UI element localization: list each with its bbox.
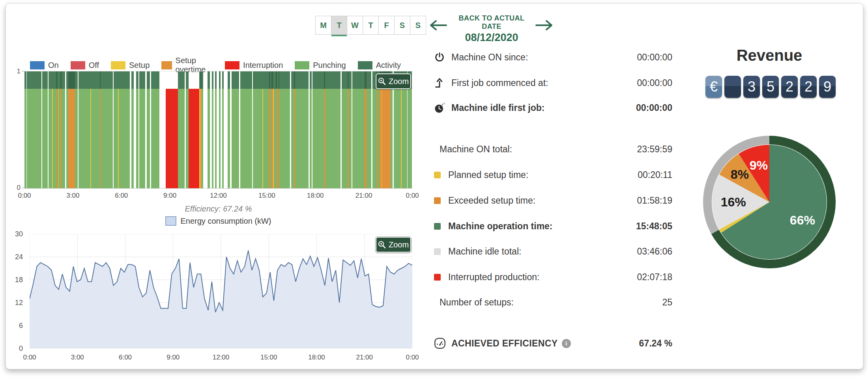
timeline-segment <box>372 89 376 188</box>
pie-label-8pct: 8% <box>731 167 749 182</box>
day-tab-S-6[interactable]: S <box>410 16 426 35</box>
x-tick-label: 0:00 <box>18 192 31 200</box>
stat-row-machine-operation-time: Machine operation time:15:48:05 <box>434 213 672 239</box>
legend-item-activity[interactable]: Activity <box>358 61 401 70</box>
x-tick-label: 6:00 <box>119 354 132 361</box>
timeline-segment <box>232 71 239 89</box>
timeline-segment <box>263 89 269 188</box>
stat-value: 67.24 % <box>639 338 672 349</box>
stat-value: 00:00:00 <box>636 103 672 113</box>
timeline-x-axis: 0:003:006:009:0012:0015:0018:0021:000:00 <box>24 192 412 200</box>
x-tick-label: 0:00 <box>406 354 419 361</box>
timeline-segment <box>263 71 269 89</box>
revenue-digit-tile-2: 3 <box>743 76 760 98</box>
legend-item-off[interactable]: Off <box>71 61 99 70</box>
stat-value: 03:46:06 <box>637 246 672 257</box>
timeline-segment <box>147 89 150 188</box>
legend-item-punching[interactable]: Punching <box>295 61 346 70</box>
timeline-segment <box>394 89 401 188</box>
timeline-segment <box>312 89 324 188</box>
energy-y-label: 24 <box>9 253 23 261</box>
stat-value: 01:58:19 <box>637 195 672 206</box>
energy-legend-label: Energy consumption (kW) <box>180 217 271 226</box>
timeline-segment <box>408 89 412 188</box>
day-tab-T-1[interactable]: T <box>331 16 347 35</box>
stat-swatch <box>434 248 441 255</box>
legend-item-on[interactable]: On <box>30 61 59 70</box>
timeline-segment <box>279 71 290 89</box>
day-tab-W-2[interactable]: W <box>347 16 363 35</box>
stat-value: 02:07:18 <box>637 272 672 283</box>
energy-legend[interactable]: Energy consumption (kW) <box>24 216 412 226</box>
first-job-icon <box>434 77 451 88</box>
energy-chart <box>30 234 412 348</box>
timeline-segment <box>166 71 178 89</box>
stat-label: ACHIEVED EFFICIENCY <box>451 338 558 349</box>
legend-item-setup[interactable]: Setup <box>111 61 150 70</box>
stat-value: 15:48:05 <box>636 221 672 232</box>
legend-label: Off <box>89 61 99 70</box>
stat-swatch <box>434 197 441 204</box>
energy-y-label: 0 <box>9 344 23 353</box>
prev-day-arrow[interactable] <box>428 19 447 32</box>
timeline-segment <box>189 71 199 89</box>
timeline-segment <box>151 71 159 89</box>
legend-item-interruption[interactable]: Interruption <box>225 61 283 70</box>
timeline-segment <box>49 89 52 188</box>
x-tick-label: 3:00 <box>71 354 84 361</box>
timeline-segment <box>291 89 294 188</box>
timeline-segment <box>79 71 91 89</box>
timeline-segment <box>101 71 113 89</box>
timeline-segment <box>62 89 65 188</box>
stat-label: Machine idle total: <box>448 246 521 257</box>
info-icon[interactable]: i <box>562 339 571 348</box>
day-tab-S-5[interactable]: S <box>394 16 410 35</box>
punching-band <box>24 89 412 188</box>
timeline-tick-bottom <box>22 188 24 188</box>
x-tick-label: 21:00 <box>355 192 372 200</box>
day-tab-T-3[interactable]: T <box>363 16 379 35</box>
legend-swatch <box>111 61 125 69</box>
timeline-segment <box>178 89 184 188</box>
energy-y-label: 18 <box>9 276 23 284</box>
timeline-y-min: 0 <box>10 184 21 192</box>
day-tab-M-0[interactable]: M <box>315 16 331 35</box>
timeline-segment <box>178 71 184 89</box>
timeline-segment <box>53 71 56 89</box>
legend-swatch <box>295 61 309 69</box>
power-icon <box>434 52 451 63</box>
day-tab-F-4[interactable]: F <box>378 16 395 35</box>
next-day-arrow[interactable] <box>535 19 554 32</box>
timeline-segment <box>75 71 78 89</box>
x-tick-label: 9:00 <box>163 192 176 200</box>
legend-swatch <box>225 61 239 69</box>
x-tick-label: 0:00 <box>406 192 419 200</box>
gauge-icon <box>434 337 451 349</box>
stat-value: 23:59:59 <box>637 144 672 155</box>
energy-zoom-button[interactable]: Zoom <box>376 237 411 253</box>
revenue-digit-tile-1 <box>724 76 741 98</box>
timeline-segment <box>189 89 199 188</box>
energy-legend-swatch <box>165 216 176 226</box>
legend-label: Activity <box>376 61 401 70</box>
x-tick-label: 21:00 <box>356 354 373 361</box>
stat-label: Number of setups: <box>440 297 514 308</box>
timeline-segment <box>253 71 263 89</box>
revenue-digit-tile-5: 2 <box>800 76 817 98</box>
revenue-digit-tile-4: 2 <box>781 76 798 98</box>
x-tick-label: 12:00 <box>210 192 227 200</box>
day-selector: MTWTFSS <box>316 16 426 35</box>
stat-row-interrupted-production: Interrupted production:02:07:18 <box>434 264 672 290</box>
timeline-segment <box>402 89 407 188</box>
x-tick-label: 15:00 <box>260 354 277 361</box>
energy-y-label: 6 <box>9 322 23 330</box>
back-to-actual-date[interactable]: BACK TO ACTUAL DATE 08/12/2020 <box>450 14 533 44</box>
current-date: 08/12/2020 <box>450 32 533 44</box>
revenue-pie-chart: 66%16%8%9% <box>703 136 836 268</box>
timeline-zoom-button[interactable]: Zoom <box>376 73 411 89</box>
timeline-segment <box>159 89 165 188</box>
timeline-chart <box>24 71 412 189</box>
stat-row-exceeded-setup-time: Exceeded setup time:01:58:19 <box>434 188 672 213</box>
stat-row-number-of-setups: Number of setups:25 <box>434 290 672 315</box>
legend-swatch <box>30 61 45 69</box>
